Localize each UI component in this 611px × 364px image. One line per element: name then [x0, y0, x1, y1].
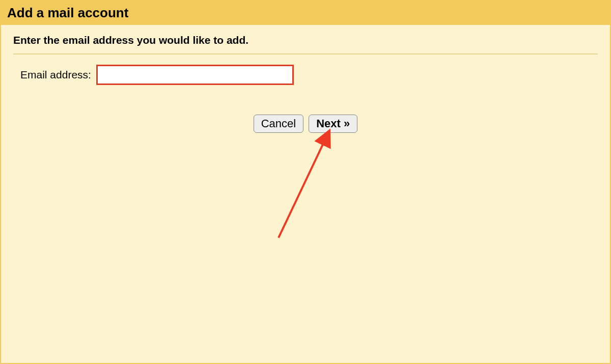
dialog-titlebar: Add a mail account: [1, 1, 610, 25]
email-label: Email address:: [20, 69, 91, 81]
email-input[interactable]: [96, 65, 294, 85]
svg-line-1: [279, 136, 327, 238]
divider: [13, 53, 598, 54]
button-row: Cancel Next »: [13, 115, 598, 133]
cancel-button[interactable]: Cancel: [254, 115, 303, 133]
add-mail-account-dialog: Add a mail account Enter the email addre…: [0, 0, 611, 364]
next-button[interactable]: Next »: [309, 115, 357, 133]
instruction-text: Enter the email address you would like t…: [13, 34, 598, 53]
dialog-title: Add a mail account: [7, 5, 604, 21]
annotation-arrow-icon: [271, 128, 352, 245]
email-form-row: Email address:: [13, 65, 598, 85]
dialog-content: Enter the email address you would like t…: [1, 25, 610, 145]
